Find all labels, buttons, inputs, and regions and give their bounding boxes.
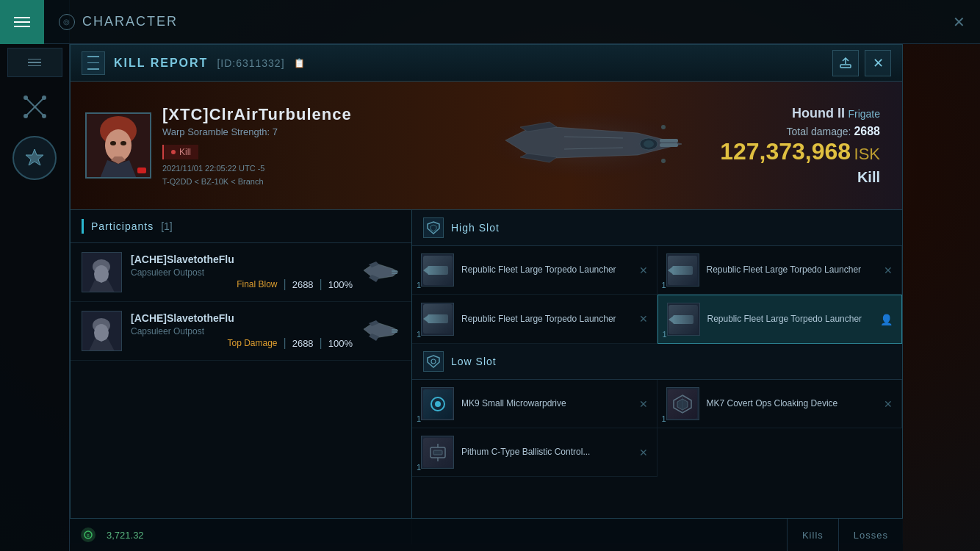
participant-info-2: [ACHE]SlavetotheFlu Capsuleer Outpost To…	[131, 312, 353, 350]
participant-avatar-2	[82, 311, 122, 351]
participants-panel: Participants [1] [ACHE]Sl	[71, 210, 412, 544]
low-slot-item-1[interactable]: 1 MK9 Small Microwarpdrive ✕	[412, 380, 657, 428]
torpedo-icon-1	[423, 256, 453, 285]
participants-header: Participants [1]	[71, 210, 411, 243]
item-remove-2[interactable]: ✕	[884, 264, 893, 276]
close-top-button[interactable]: ✕	[953, 13, 965, 31]
low-item-name-2: MK7 Covert Ops Cloaking Device	[707, 397, 881, 410]
damage-line: Total damage: 2688	[720, 125, 880, 138]
low-item-icon-3	[421, 436, 454, 469]
svg-point-2	[24, 96, 28, 100]
low-item-name-3: Pithum C-Type Ballistic Control...	[461, 446, 635, 458]
stat-percent-1: 100%	[328, 279, 353, 290]
window-id: [ID:6311332]	[217, 57, 284, 69]
kill-badge: Kill	[162, 145, 198, 159]
svg-rect-44	[392, 329, 397, 331]
item-icon-3	[421, 303, 454, 336]
kills-tab[interactable]: Kills	[787, 519, 838, 552]
svg-rect-54	[433, 450, 442, 455]
bottom-left: $ 3,721.32	[70, 527, 787, 542]
high-slot-item-3[interactable]: 1 Republic Fleet Large Torpedo Launcher …	[412, 295, 657, 344]
sidebar-swords-button[interactable]	[7, 88, 62, 125]
high-slot-item-2[interactable]: 1 Republic Fleet Large Torpedo Launcher …	[657, 246, 903, 295]
svg-point-49	[431, 359, 436, 364]
participant-ship-2	[360, 314, 400, 347]
high-slot-item-1[interactable]: 1 Republic Fleet Large Torpedo Launcher …	[412, 246, 657, 295]
participant-info-1: [ACHE]SlavetotheFlu Capsuleer Outpost Fi…	[131, 253, 353, 291]
high-slot-item-4[interactable]: 1 Republic Fleet Large Torpedo Launcher …	[657, 295, 903, 344]
ship-type: Hound II	[792, 106, 845, 120]
bottom-stat-value: 3,721.32	[107, 530, 144, 541]
high-slot-grid: 1 Republic Fleet Large Torpedo Launcher …	[412, 246, 902, 344]
left-sidebar	[0, 0, 70, 551]
bottom-bar: $ 3,721.32 Kills Losses	[70, 518, 903, 551]
item-remove-3[interactable]: ✕	[639, 313, 648, 325]
item-icon-2	[666, 253, 699, 287]
stat-label-2: Top Damage	[227, 338, 277, 348]
svg-rect-14	[660, 143, 678, 147]
item-remove-1[interactable]: ✕	[639, 264, 648, 276]
svg-point-39	[94, 324, 109, 342]
stat-damage-2: 2688	[292, 338, 314, 349]
torpedo-icon-4	[669, 305, 698, 334]
bottom-stat-icon: $	[81, 527, 96, 542]
item-qty-3: 1	[417, 330, 421, 339]
item-qty-2: 1	[662, 281, 666, 289]
content-area: Participants [1] [ACHE]Sl	[71, 210, 902, 544]
export-button[interactable]	[832, 50, 859, 76]
svg-rect-35	[392, 270, 397, 272]
sidebar-menu-button[interactable]	[7, 48, 62, 77]
ship-svg	[476, 96, 696, 192]
svg-marker-6	[26, 149, 43, 165]
svg-marker-47	[430, 225, 436, 231]
mk7-icon	[668, 389, 697, 419]
torpedo-icon-2	[668, 256, 697, 285]
participant-row-2[interactable]: [ACHE]SlavetotheFlu Capsuleer Outpost To…	[71, 302, 411, 361]
stat-damage-1: 2688	[292, 279, 314, 290]
ship-class: Frigate	[848, 108, 880, 120]
low-item-remove-3[interactable]: ✕	[639, 447, 648, 458]
hamburger-button[interactable]	[0, 0, 44, 44]
window-menu-button[interactable]	[82, 51, 105, 75]
low-item-remove-1[interactable]: ✕	[639, 398, 648, 410]
bottom-tabs: Kills Losses	[787, 519, 903, 552]
high-slot-title: High Slot	[451, 222, 500, 234]
losses-tab[interactable]: Losses	[838, 519, 903, 552]
isk-value: 127,373,968	[720, 138, 851, 165]
character-title: CHARACTER	[82, 14, 178, 29]
close-window-button[interactable]: ✕	[865, 50, 891, 76]
svg-marker-48	[428, 356, 439, 367]
participant-stat-row-1: Final Blow | 2688 | 100%	[131, 278, 353, 291]
torpedo-shape-1	[428, 266, 448, 275]
cloak-icon	[671, 393, 693, 415]
equipment-panel: High Slot 1 Republic Fleet Large Torpedo…	[412, 210, 902, 544]
low-item-qty-2: 1	[662, 414, 666, 423]
participant-ship-svg-2	[360, 314, 400, 347]
svg-point-24	[110, 141, 116, 145]
kill-badge-label: Kill	[179, 147, 191, 157]
sidebar-star-button[interactable]	[12, 136, 57, 180]
cog-icon	[427, 355, 440, 368]
svg-rect-7	[840, 65, 851, 68]
participant-corp-1: Capsuleer Outpost	[131, 267, 353, 278]
low-slot-item-3[interactable]: 1 Pithum C-Type Ballistic Control...	[412, 428, 657, 477]
svg-point-20	[661, 159, 666, 163]
shield-icon	[427, 221, 440, 234]
item-name-3: Republic Fleet Large Torpedo Launcher	[461, 313, 635, 325]
low-slot-item-2[interactable]: 1 MK7 Covert Ops Cloaking Device ✕	[657, 380, 903, 428]
isk-line: 127,373,968 ISK	[720, 138, 880, 165]
kill-status: Kill	[720, 169, 880, 186]
item-icon-1	[421, 253, 454, 287]
svg-point-30	[94, 265, 109, 283]
low-item-remove-2[interactable]: ✕	[884, 398, 893, 410]
stat-percent-2: 100%	[328, 338, 353, 349]
copy-icon[interactable]: 📋	[294, 58, 305, 68]
low-item-icon-2	[666, 387, 699, 420]
stat-label-1: Final Blow	[237, 279, 277, 289]
participants-count: [1]	[161, 220, 173, 232]
star-icon	[24, 147, 46, 169]
item-icon-4	[667, 303, 700, 336]
svg-text:$: $	[87, 533, 90, 538]
participant-row[interactable]: [ACHE]SlavetotheFlu Capsuleer Outpost Fi…	[71, 243, 411, 302]
person-icon: 👤	[880, 314, 893, 325]
